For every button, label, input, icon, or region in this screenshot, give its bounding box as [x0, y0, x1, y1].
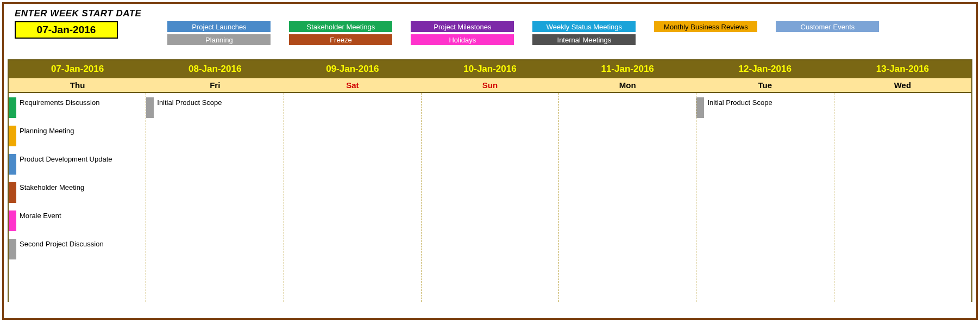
event-category-bar — [9, 126, 16, 146]
event-item[interactable]: Second Project Discussion — [9, 239, 146, 267]
event-item[interactable]: Initial Product Scope — [146, 97, 283, 126]
event-label: Initial Product Scope — [157, 98, 222, 107]
legend-item: Monthly Business Reviews — [654, 21, 757, 32]
dow-header-cell: Thu — [9, 78, 146, 92]
day-column: Initial Product Scope — [696, 93, 834, 302]
legend-item: Project Milestones — [411, 21, 514, 32]
event-label: Planning Meeting — [20, 127, 74, 135]
day-column — [834, 93, 971, 302]
legend-item: Holidays — [411, 34, 514, 45]
date-header-row: 07-Jan-201608-Jan-201609-Jan-201610-Jan-… — [9, 60, 971, 78]
event-label: Morale Event — [20, 212, 61, 220]
date-header-cell: 12-Jan-2016 — [696, 60, 834, 78]
date-header-cell: 10-Jan-2016 — [421, 60, 558, 78]
dow-header-cell: Fri — [146, 78, 284, 92]
event-item[interactable]: Initial Product Scope — [696, 97, 833, 126]
calendar-body: Requirements DiscussionPlanning MeetingP… — [9, 93, 971, 302]
dow-header-cell: Wed — [834, 78, 971, 92]
day-column — [284, 93, 422, 302]
legend: Project LaunchesStakeholder MeetingsProj… — [167, 21, 879, 45]
dow-header-row: ThuFriSatSunMonTueWed — [9, 78, 971, 93]
date-header-cell: 08-Jan-2016 — [146, 60, 284, 78]
event-item[interactable]: Product Development Update — [9, 154, 146, 182]
event-item[interactable]: Requirements Discussion — [9, 97, 146, 126]
day-column: Initial Product Scope — [146, 93, 284, 302]
legend-item: Weekly Status Meetings — [532, 21, 636, 32]
date-header-cell: 11-Jan-2016 — [559, 60, 696, 78]
day-column: Requirements DiscussionPlanning MeetingP… — [9, 93, 146, 302]
date-entry: ENTER WEEK START DATE 07-Jan-2016 — [15, 8, 141, 39]
event-label: Initial Product Scope — [707, 98, 772, 107]
event-category-bar — [9, 154, 16, 175]
day-column — [559, 93, 696, 302]
event-category-bar — [696, 97, 704, 118]
event-item[interactable]: Morale Event — [9, 210, 146, 239]
event-item[interactable]: Stakeholder Meeting — [9, 182, 146, 210]
dow-header-cell: Tue — [696, 78, 834, 92]
legend-item: Customer Events — [776, 21, 879, 32]
event-category-bar — [9, 239, 16, 259]
legend-item: Stakeholder Meetings — [289, 21, 392, 32]
date-header-cell: 13-Jan-2016 — [834, 60, 971, 78]
date-header-cell: 07-Jan-2016 — [9, 60, 146, 78]
event-item[interactable]: Planning Meeting — [9, 126, 146, 154]
calendar-frame: ENTER WEEK START DATE 07-Jan-2016 Projec… — [2, 2, 978, 320]
start-date-label: ENTER WEEK START DATE — [15, 8, 141, 19]
legend-row-2: PlanningFreezeHolidaysInternal Meetings — [167, 34, 879, 45]
event-label: Product Development Update — [20, 155, 112, 163]
event-label: Stakeholder Meeting — [20, 183, 84, 191]
start-date-input[interactable]: 07-Jan-2016 — [15, 21, 118, 39]
legend-item: Internal Meetings — [532, 34, 636, 45]
top-bar: ENTER WEEK START DATE 07-Jan-2016 Projec… — [4, 4, 976, 45]
dow-header-cell: Sat — [284, 78, 421, 92]
event-label: Second Project Discussion — [20, 240, 104, 248]
legend-row-1: Project LaunchesStakeholder MeetingsProj… — [167, 21, 879, 32]
date-header-cell: 09-Jan-2016 — [284, 60, 421, 78]
legend-item: Project Launches — [167, 21, 271, 32]
event-category-bar — [9, 97, 16, 118]
day-column — [422, 93, 559, 302]
event-category-bar — [9, 182, 16, 203]
event-label: Requirements Discussion — [20, 98, 99, 107]
dow-header-cell: Mon — [559, 78, 696, 92]
legend-item: Freeze — [289, 34, 392, 45]
dow-header-cell: Sun — [421, 78, 558, 92]
event-category-bar — [146, 97, 154, 118]
calendar-grid: 07-Jan-201608-Jan-201609-Jan-201610-Jan-… — [8, 59, 972, 302]
event-category-bar — [9, 210, 16, 231]
legend-item: Planning — [167, 34, 271, 45]
